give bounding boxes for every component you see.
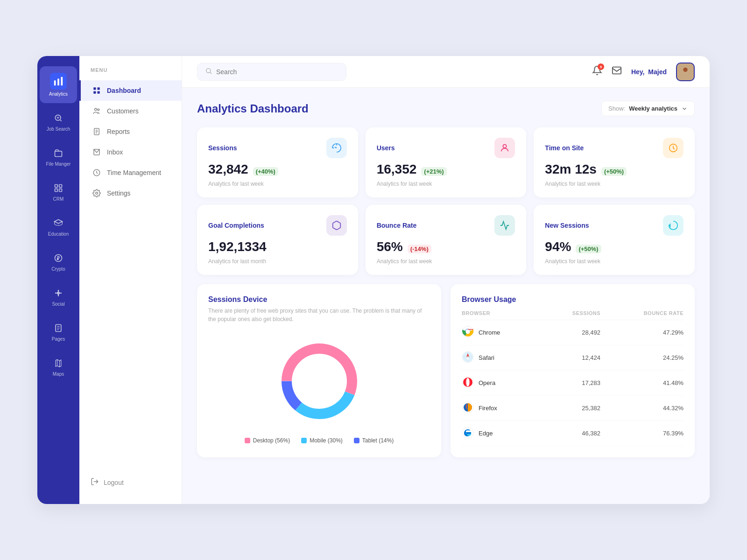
menu-item-reports[interactable]: Reports [79,121,182,142]
svg-rect-7 [55,189,58,192]
dashboard-icon [92,86,101,95]
crm-label: CRM [53,196,64,202]
stat-users-value: 16,352 [377,162,417,177]
stat-time-value: 32m 12s [545,162,597,177]
social-icon [52,287,65,300]
menu-reports-label: Reports [107,128,130,135]
stat-time-sub: Analytics for last week [545,181,684,187]
logout-button[interactable]: Logout [79,472,182,493]
svg-point-13 [58,295,59,297]
page-title: Analytics Dashboard [197,102,309,115]
menu-sidebar: MENU Dashboard Customers Reports Inbox [79,56,182,504]
menu-dashboard-label: Dashboard [107,87,141,94]
menu-item-settings[interactable]: Settings [79,183,182,203]
svg-point-12 [55,293,56,294]
legend-mobile-label: Mobile (30%) [310,437,343,444]
browser-sessions-cell: 25,382 [542,396,600,421]
col-sessions: SESSIONS [542,307,600,320]
stat-goal-value: 1,92,1334 [208,239,267,254]
sidebar-item-analytics[interactable]: Analytics [40,66,77,103]
browser-name-cell: Opera [462,371,542,396]
maps-label: Maps [53,371,64,377]
donut-chart [273,335,366,428]
menu-item-dashboard[interactable]: Dashboard [79,80,182,101]
user-name: Majed [648,68,667,76]
device-card-title: Sessions Device [208,295,430,304]
browser-bounce-cell: 47.29% [600,320,684,345]
table-row: Safari 12,424 24.25% [462,345,684,371]
browser-name-cell: Chrome [462,320,542,345]
legend-desktop-label: Desktop (56%) [253,437,290,444]
job-search-icon [52,112,65,125]
sidebar-item-pages[interactable]: Pages [40,315,77,348]
analytics-period-select[interactable]: Show: Weekly analytics [601,101,695,116]
legend-desktop-dot [245,438,250,443]
svg-point-14 [58,290,59,291]
stat-bounce-change: (-14%) [408,245,431,253]
sidebar-item-crypto[interactable]: Crypto [40,245,77,278]
crm-icon [52,182,65,195]
search-box[interactable] [197,63,346,81]
menu-item-inbox[interactable]: Inbox [79,142,182,162]
stat-bounce-label: Bounce Rate [377,222,417,229]
sidebar-item-job-search[interactable]: Job Search [40,105,77,138]
browser-icon-chrome [462,326,474,339]
stat-time-change: (+50%) [601,167,627,176]
sidebar-item-education[interactable]: Education [40,210,77,243]
browser-name: Firefox [479,405,497,412]
education-icon [52,217,65,230]
browser-icon-firefox [462,401,474,415]
avatar[interactable] [676,63,695,81]
menu-item-time-management[interactable]: Time Management [79,162,182,183]
stat-sessions-change: (+40%) [253,167,278,176]
maps-icon [52,357,65,370]
stat-new-sessions-value: 94% [545,239,571,254]
stat-sessions-icon [326,138,347,158]
stat-time-label: Time on Site [545,144,584,152]
browser-sessions-cell: 17,283 [542,371,600,396]
svg-rect-6 [59,185,62,188]
svg-rect-18 [93,91,96,94]
sidebar-item-maps[interactable]: Maps [40,350,77,383]
mail-button[interactable] [612,65,622,78]
svg-rect-4 [55,151,62,157]
donut-legend: Desktop (56%) Mobile (30%) Tablet (14%) [208,437,430,444]
svg-point-28 [683,67,687,71]
logout-icon [91,477,99,487]
search-input[interactable] [216,68,338,76]
crypto-icon [52,252,65,265]
svg-rect-5 [55,185,58,188]
stat-new-sessions-sub: Analytics for last week [545,258,684,265]
stat-time-icon [663,138,684,158]
menu-item-customers[interactable]: Customers [79,101,182,121]
stat-card-time-on-site: Time on Site 32m 12s (+50%) Analytics fo… [534,127,695,197]
table-row: Opera 17,283 41.48% [462,371,684,396]
browser-name: Chrome [479,329,500,336]
stat-new-sessions-icon [663,215,684,236]
pages-label: Pages [52,336,65,342]
legend-tablet-label: Tablet (14%) [362,437,394,444]
table-row: Edge 46,382 76.39% [462,421,684,446]
greeting-text: Hey, Majed [631,68,667,76]
dashboard: Analytics Dashboard Show: Weekly analyti… [182,88,710,504]
customers-icon [92,106,101,116]
svg-point-45 [466,378,470,386]
sidebar-item-file-manager[interactable]: File Manger [40,140,77,173]
stat-grid: Sessions 32,842 (+40%) Analytics for las… [197,127,695,275]
stat-new-sessions-label: New Sessions [545,222,589,229]
sessions-device-card: Sessions Device There are plenty of free… [197,284,441,457]
legend-desktop: Desktop (56%) [245,437,290,444]
browser-name-cell: Safari [462,345,542,371]
logout-label: Logout [104,479,124,486]
sidebar-item-social[interactable]: Social [40,280,77,313]
social-label: Social [52,301,64,307]
stat-users-label: Users [377,144,395,152]
main-content: 9 Hey, Majed Analytics Dashboard Show: [182,56,710,504]
browser-table: BROWSER SESSIONS BOUNCE RATE Chrome 28,4… [462,307,684,446]
browser-bounce-cell: 44.32% [600,396,684,421]
legend-tablet: Tablet (14%) [354,437,394,444]
time-management-icon [92,168,101,177]
sidebar-item-crm[interactable]: CRM [40,175,77,208]
notification-button[interactable]: 9 [592,65,602,78]
stat-bounce-value: 56% [377,239,403,254]
